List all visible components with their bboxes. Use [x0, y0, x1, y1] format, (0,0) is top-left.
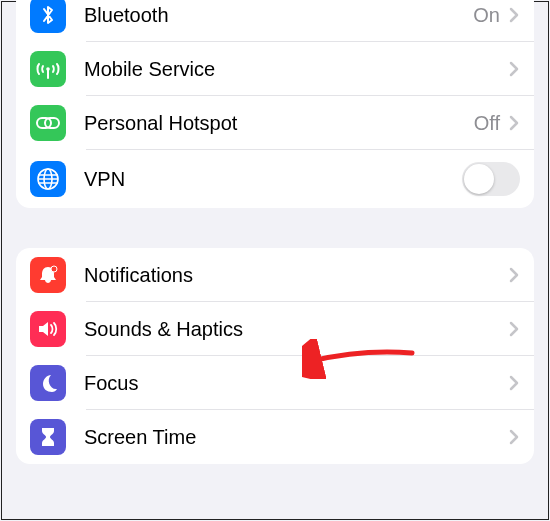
chevron-right-icon: [508, 61, 520, 77]
row-label: Focus: [84, 372, 508, 395]
settings-group-connectivity: Bluetooth On Mobile Service: [16, 0, 534, 208]
row-label: Screen Time: [84, 426, 508, 449]
row-mobile-service[interactable]: Mobile Service: [16, 42, 534, 96]
row-notifications[interactable]: Notifications: [16, 248, 534, 302]
globe-icon: [30, 161, 66, 197]
row-label: Sounds & Haptics: [84, 318, 508, 341]
chevron-right-icon: [508, 375, 520, 391]
row-personal-hotspot[interactable]: Personal Hotspot Off: [16, 96, 534, 150]
row-sounds-haptics[interactable]: Sounds & Haptics: [16, 302, 534, 356]
row-label: Bluetooth: [84, 4, 473, 27]
row-bluetooth[interactable]: Bluetooth On: [16, 0, 534, 42]
row-vpn[interactable]: VPN: [16, 150, 534, 208]
vpn-toggle[interactable]: [462, 162, 520, 196]
row-label: VPN: [84, 168, 462, 191]
row-label: Notifications: [84, 264, 508, 287]
chevron-right-icon: [508, 321, 520, 337]
chevron-right-icon: [508, 267, 520, 283]
settings-group-notifications: Notifications Sounds & Haptics Focus: [16, 248, 534, 464]
bell-icon: [30, 257, 66, 293]
toggle-knob: [464, 164, 494, 194]
row-label: Personal Hotspot: [84, 112, 474, 135]
row-focus[interactable]: Focus: [16, 356, 534, 410]
bluetooth-icon: [30, 0, 66, 33]
chevron-right-icon: [508, 429, 520, 445]
row-label: Mobile Service: [84, 58, 508, 81]
row-status: On: [473, 4, 500, 27]
link-icon: [30, 105, 66, 141]
chevron-right-icon: [508, 115, 520, 131]
moon-icon: [30, 365, 66, 401]
antenna-icon: [30, 51, 66, 87]
speaker-icon: [30, 311, 66, 347]
hourglass-icon: [30, 419, 66, 455]
row-screen-time[interactable]: Screen Time: [16, 410, 534, 464]
svg-point-9: [51, 266, 57, 272]
row-status: Off: [474, 112, 500, 135]
chevron-right-icon: [508, 7, 520, 23]
